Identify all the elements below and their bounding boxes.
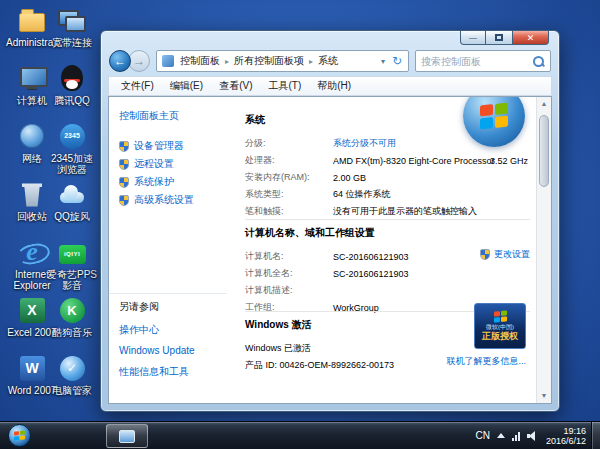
menu-tools[interactable]: 工具(T) [260,77,309,95]
caption-buttons: — ✕ [460,31,549,45]
menu-help[interactable]: 帮助(H) [309,77,359,95]
system-window: — ✕ ← → 控制面板 ▸ 所有控制面板项 ▸ 系统 ▾ ↻ [100,30,560,412]
desktop-icon-label: 宽带连接 [46,37,98,48]
show-desktop-button[interactable] [591,422,600,449]
2345-browser-icon: 2345 [60,124,85,149]
desktop-icon-qq-xuanfeng[interactable]: QQ旋风 [46,179,98,222]
computer-icon [19,65,45,91]
ram-value: 2.00 GB [333,173,366,183]
pen-touch-value: 没有可用于此显示器的笔或触控输入 [333,205,477,218]
row-os-type: 系统类型: 64 位操作系统 [245,186,530,203]
taskbar-clock[interactable]: 19:16 2016/6/12 [546,426,586,446]
volume-tray-icon[interactable] [527,431,537,441]
section-title-system: 系统 [245,113,530,127]
sidebar-item-action-center[interactable]: 操作中心 [119,319,227,340]
computer-name-value: SC-201606121903 [333,252,409,262]
genuine-windows-badge[interactable]: 微软(中国) 正版授权 [474,303,526,349]
row-label: 分级: [245,137,333,150]
menu-edit[interactable]: 编辑(E) [162,77,211,95]
section-system: 系统 分级: 系统分级不可用 处理器: AMD FX(tm)-8320 Eigh… [245,113,530,220]
sidebar: 控制面板主页 设备管理器 远程设置 系统保护 [109,97,235,403]
sidebar-item-control-panel-home[interactable]: 控制面板主页 [119,109,235,123]
minimize-button[interactable]: — [460,31,486,45]
desktop-icon-qq[interactable]: 腾讯QQ [46,63,98,106]
close-icon: ✕ [527,33,535,43]
menu-file[interactable]: 文件(F) [113,77,162,95]
sidebar-item-device-manager[interactable]: 设备管理器 [109,137,235,155]
cloud-icon [58,183,86,205]
qq-icon [61,65,83,91]
back-button[interactable]: ← [109,50,131,72]
show-hidden-icons-icon[interactable] [497,433,505,438]
refresh-icon[interactable]: ↻ [389,54,405,68]
desktop-icon-iqiyi[interactable]: iQIYI 爱奇艺PPS影音 [46,237,98,291]
row-label: 计算机名: [245,250,333,263]
desktop-icon-broadband[interactable]: 宽带连接 [46,5,98,48]
address-bar[interactable]: 控制面板 ▸ 所有控制面板项 ▸ 系统 ▾ ↻ [156,50,409,72]
scroll-up-icon[interactable]: ▲ [537,97,551,111]
menu-view[interactable]: 查看(V) [211,77,260,95]
menu-bar: 文件(F) 编辑(E) 查看(V) 工具(T) 帮助(H) [108,76,552,96]
word-icon: W [20,356,45,381]
forward-button[interactable]: → [128,50,150,72]
forward-icon: → [133,54,145,68]
icon-glyph: K [60,298,85,323]
search-input[interactable] [421,56,532,67]
crumb-separator-icon[interactable]: ▸ [222,57,232,66]
breadcrumb-all-items[interactable]: 所有控制面板项 [232,54,306,68]
rating-unavailable-link[interactable]: 系统分级不可用 [333,137,396,150]
start-button[interactable] [8,424,31,447]
row-pen-touch: 笔和触摸: 没有可用于此显示器的笔或触控输入 [245,203,530,220]
address-dropdown-icon[interactable]: ▾ [377,57,389,66]
row-label: 计算机描述: [245,284,333,297]
desktop-icon-label: 腾讯QQ [46,95,98,106]
desktop-icon-label: 电脑管家 [46,385,98,396]
row-rating: 分级: 系统分级不可用 [245,135,530,152]
os-type-value: 64 位操作系统 [333,188,391,201]
desktop-icon-2345-browser[interactable]: 2345 2345加速浏览器 [46,121,98,175]
sidebar-item-system-protection[interactable]: 系统保护 [109,173,235,191]
network-icon [20,124,44,148]
user-folder-icon [19,13,45,32]
sidebar-item-performance-tools[interactable]: 性能信息和工具 [119,361,227,382]
iqiyi-icon: iQIYI [59,245,86,264]
learn-more-online-link[interactable]: 联机了解更多信息... [446,355,526,368]
taskbar-system-window-button[interactable] [106,424,148,448]
badge-top-text: 微软(中国) [475,323,525,331]
crumb-separator-icon[interactable]: ▸ [306,57,316,66]
row-label: 安装内存(RAM): [245,171,333,184]
breadcrumb-system[interactable]: 系统 [316,54,340,68]
computer-fullname-value: SC-201606121903 [333,269,409,279]
recycle-bin-icon [22,182,42,207]
pc-manager-icon: ✓ [60,356,85,381]
language-indicator[interactable]: CN [476,430,490,441]
scroll-down-icon[interactable]: ▼ [537,389,551,403]
row-label: 处理器: [245,154,333,167]
desktop-icon-kugou[interactable]: K 酷狗音乐 [46,295,98,338]
see-also-title: 另请参阅 [119,300,227,314]
desktop-icon-label: 2345加速浏览器 [46,153,98,175]
network-tray-icon[interactable] [512,431,520,441]
desktop-icon-pc-manager[interactable]: ✓ 电脑管家 [46,353,98,396]
vertical-scrollbar[interactable]: ▲ ▼ [536,97,551,403]
close-button[interactable]: ✕ [512,31,549,45]
desktop: Administra... 计算机 网络 回收站 e Internet Expl… [0,0,600,449]
sidebar-item-windows-update[interactable]: Windows Update [119,340,227,361]
icon-glyph: iQIYI [59,245,86,264]
uac-shield-icon [119,159,129,170]
row-processor: 处理器: AMD FX(tm)-8320 Eight-Core Processo… [245,152,530,169]
search-box[interactable] [415,50,551,72]
broadband-icon [58,7,86,33]
sidebar-item-advanced-settings[interactable]: 高级系统设置 [109,191,235,209]
sidebar-item-label: 高级系统设置 [134,193,194,207]
row-computer-description: 计算机描述: [245,282,530,299]
section-computer-name: 计算机名称、域和工作组设置 更改设置 计算机名: SC-201606121903… [245,219,530,316]
breadcrumb-control-panel[interactable]: 控制面板 [178,54,222,68]
search-icon[interactable] [532,55,545,68]
sidebar-item-remote-settings[interactable]: 远程设置 [109,155,235,173]
row-computer-fullname: 计算机全名: SC-201606121903 [245,265,530,282]
scrollbar-thumb[interactable] [539,115,549,187]
maximize-button[interactable] [486,31,512,45]
desktop-icon-label: 爱奇艺PPS影音 [46,269,98,291]
row-label: 计算机全名: [245,267,333,280]
